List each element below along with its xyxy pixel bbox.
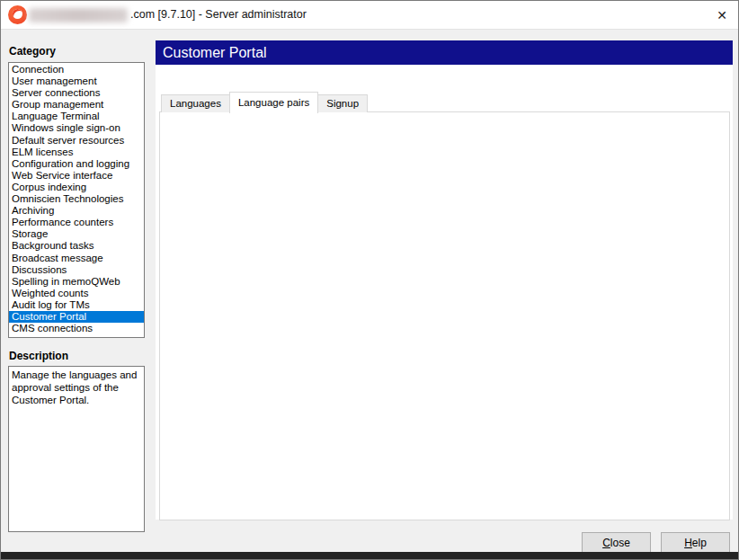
tab[interactable]: Language pairs — [229, 92, 318, 113]
category-list-item[interactable]: CMS connections — [9, 323, 144, 334]
redacted-server-name — [29, 8, 128, 22]
description-box: Manage the languages and approval settin… — [8, 366, 145, 532]
category-list-item[interactable]: Default server resources — [9, 135, 144, 147]
category-list-item[interactable]: Server connections — [9, 87, 144, 99]
tab-strip: LanguagesLanguage pairsSignup — [161, 91, 368, 112]
category-list-item[interactable]: Web Service interface — [9, 170, 144, 182]
category-list-item[interactable]: Audit log for TMs — [9, 299, 144, 311]
app-logo-icon — [8, 5, 27, 24]
category-list-item[interactable]: Configuration and logging — [9, 158, 144, 170]
category-list[interactable]: ConnectionUser managementServer connecti… — [8, 62, 145, 338]
category-list-item[interactable]: Archiving — [9, 205, 144, 217]
category-list-item[interactable]: User management — [9, 76, 144, 87]
close-icon[interactable]: ✕ — [709, 4, 735, 26]
category-list-item[interactable]: Omniscien Technologies — [9, 193, 144, 205]
title-bar: .com [9.7.10] - Server administrator ✕ — [1, 1, 738, 30]
close-button[interactable]: Close — [582, 532, 651, 553]
window-title: .com [9.7.10] - Server administrator — [130, 1, 307, 29]
language-pairs-tab-panel — [159, 111, 730, 520]
category-list-item[interactable]: Customer Portal — [9, 311, 144, 323]
category-list-item[interactable]: Windows single sign-on — [9, 122, 144, 134]
category-label: Category — [9, 45, 56, 58]
window-bottom-edge — [1, 552, 738, 559]
server-administrator-window: .com [9.7.10] - Server administrator ✕ C… — [0, 0, 739, 560]
description-label: Description — [9, 350, 68, 362]
page-header: Customer Portal — [156, 40, 733, 65]
page-title: Customer Portal — [156, 40, 733, 65]
category-list-item[interactable]: Spelling in memoQWeb — [9, 276, 144, 288]
help-button[interactable]: Help — [661, 532, 730, 553]
category-list-item[interactable]: Background tasks — [9, 240, 144, 252]
category-list-item[interactable]: Broadcast message — [9, 253, 144, 264]
tab[interactable]: Languages — [161, 94, 230, 112]
category-list-item[interactable]: Corpus indexing — [9, 182, 144, 193]
category-list-item[interactable]: Connection — [9, 64, 144, 76]
category-list-item[interactable]: ELM licenses — [9, 147, 144, 158]
category-list-item[interactable]: Discussions — [9, 264, 144, 276]
category-list-item[interactable]: Weighted counts — [9, 288, 144, 299]
category-list-item[interactable]: Storage — [9, 228, 144, 240]
category-list-item[interactable]: Language Terminal — [9, 111, 144, 122]
category-list-item[interactable]: Group management — [9, 99, 144, 111]
tab[interactable]: Signup — [317, 94, 368, 112]
category-list-item[interactable]: Performance counters — [9, 217, 144, 228]
